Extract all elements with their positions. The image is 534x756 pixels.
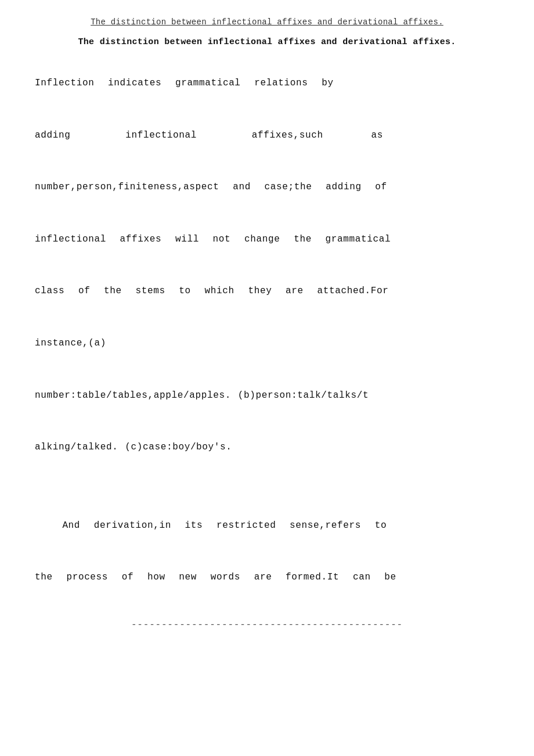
tab-title: The distinction between inflectional aff… — [35, 17, 499, 27]
bold-title: The distinction between inflectional aff… — [35, 37, 499, 47]
body-paragraph-1: Inflection indicates grammatical relatio… — [35, 70, 499, 591]
page-divider: ----------------------------------------… — [35, 620, 499, 630]
page-container: The distinction between inflectional aff… — [0, 0, 534, 756]
